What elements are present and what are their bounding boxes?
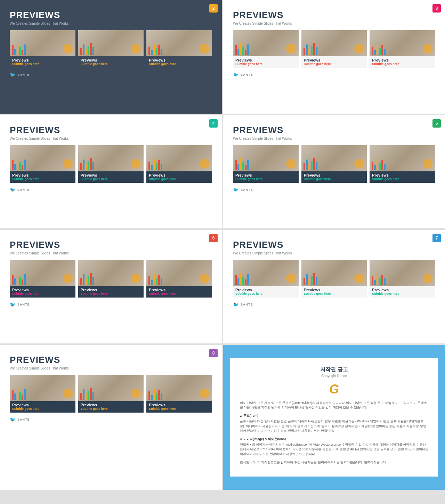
- slide-number-5: 5: [432, 119, 441, 128]
- copyright-section-3: 3. 이미지(Image) & 아이콘(Icon) 전달된 • 의 이미지는 이…: [240, 437, 428, 457]
- copyright-slide: 저작권 공고 Copyright Notice G 이도 전달된 모든 자료 및…: [223, 345, 445, 490]
- card-label-6-2: Previews Subtitle goes here: [78, 286, 144, 298]
- card-label-7-1: Previews Subtitle goes here: [233, 286, 299, 298]
- card-4-3: Previews Subtitle goes here: [146, 145, 212, 183]
- card-7-3: Previews Subtitle goes here: [370, 260, 435, 298]
- card-img-6-2: [78, 260, 144, 286]
- card-label-6-1: Previews Subtitle goes here: [10, 286, 75, 298]
- bars-3-3: [372, 44, 386, 55]
- copyright-inner: 저작권 공고 Copyright Notice G 이도 전달된 모든 자료 및…: [230, 358, 438, 477]
- card-sub-8-3: Subtitle goes here: [149, 407, 210, 410]
- card-name-3-2: Previews: [304, 58, 365, 62]
- card-2-2: Previews Subtitle goes here: [78, 30, 144, 68]
- bars-5-3: [372, 159, 386, 170]
- card-8-2: Previews Subtitle goes here: [78, 375, 144, 413]
- slide-7: 7 PREVIEWS We Creates Simple Slides That…: [223, 230, 445, 343]
- card-img-2-3: [146, 30, 212, 56]
- card-name-5-3: Previews: [372, 173, 433, 177]
- slide-footer-7: 🐦 SANTE: [233, 302, 435, 307]
- card-label-3-1: Previews Subtitle goes here: [233, 56, 299, 68]
- copyright-en: Copyright Notice: [240, 374, 428, 378]
- card-sub-3-1: Subtitle goes here: [235, 62, 296, 66]
- card-img-8-2: [78, 375, 144, 401]
- card-name-8-3: Previews: [149, 403, 210, 407]
- card-label-7-2: Previews Subtitle goes here: [301, 286, 367, 298]
- cards-row-3: Previews Subtitle goes here Previews Sub…: [233, 30, 435, 68]
- logo-icon-2: 🐦: [10, 72, 16, 78]
- slide-title-3: PREVIEWS: [233, 10, 435, 21]
- slide-title-5: PREVIEWS: [233, 125, 435, 136]
- copyright-section-title-3: 3. 이미지(Image) & 아이콘(Icon): [240, 437, 428, 441]
- slide-title-7: PREVIEWS: [233, 239, 435, 250]
- logo-icon-3: 🐦: [233, 72, 239, 78]
- slide-number-7: 7: [432, 234, 441, 242]
- card-6-1: Previews Subtitle goes here: [10, 260, 75, 298]
- logo-text-8: SANTE: [17, 418, 30, 421]
- bars-8-1: [12, 388, 26, 400]
- cards-row-2: Previews Subtitle goes here Previews Sub…: [10, 30, 212, 68]
- slide-subtitle-8: We Creates Simple Slides That Works: [10, 366, 212, 370]
- card-label-8-3: Previews Subtitle goes here: [146, 401, 212, 413]
- slide-number-3: 3: [432, 4, 441, 13]
- slide-subtitle-5: We Creates Simple Slides That Works: [233, 137, 435, 140]
- card-name-8-1: Previews: [12, 403, 73, 407]
- card-sub-6-3: Subtitle goes here: [149, 292, 210, 295]
- card-sub-7-1: Subtitle goes here: [235, 292, 296, 295]
- card-name-7-2: Previews: [304, 288, 365, 292]
- card-4-1: Previews Subtitle goes here: [10, 145, 75, 183]
- bars-3-2: [304, 43, 317, 55]
- slide-footer-8: 🐦 SANTE: [10, 417, 212, 422]
- card-img-7-3: [370, 260, 435, 286]
- slide-title-6: PREVIEWS: [10, 239, 212, 250]
- card-label-4-2: Previews Subtitle goes here: [78, 171, 144, 183]
- card-label-3-2: Previews Subtitle goes here: [301, 56, 367, 68]
- slide-number-8: 8: [209, 349, 218, 357]
- card-img-2-1: [10, 30, 75, 56]
- card-label-6-3: Previews Subtitle goes here: [146, 286, 212, 298]
- card-sub-5-1: Subtitle goes here: [235, 177, 296, 181]
- card-6-2: Previews Subtitle goes here: [78, 260, 144, 298]
- card-label-2-1: Previews Subtitle goes here: [10, 56, 75, 68]
- copyright-section-1: 이도 전달된 모든 자료 및 모든 콘텐츠(ContentSlides)의 저작…: [240, 401, 428, 410]
- card-img-5-1: [233, 145, 299, 171]
- card-2-1: Previews Subtitle goes here: [10, 30, 75, 68]
- card-label-5-3: Previews Subtitle goes here: [370, 171, 435, 183]
- card-img-2-2: [78, 30, 144, 56]
- card-img-6-1: [10, 260, 75, 286]
- card-sub-7-2: Subtitle goes here: [304, 292, 365, 295]
- logo-icon-4: 🐦: [10, 187, 16, 193]
- slide-subtitle-4: We Creates Simple Slides That Works: [10, 137, 212, 140]
- bars-3-1: [235, 43, 249, 55]
- card-sub-7-3: Subtitle goes here: [372, 292, 433, 295]
- copyright-text-1: 폰트 사용에 대한 안내사항은 한글 폰트에 대하여 Nag 글꼴의 경우 무료…: [240, 419, 428, 433]
- logo-text-3: SANTE: [241, 73, 253, 76]
- bars-4-3: [148, 159, 162, 170]
- card-4-2: Previews Subtitle goes here: [78, 145, 144, 183]
- slide-2: 2 PREVIEWS We Creates Simple Slides That…: [0, 0, 222, 114]
- logo-icon-8: 🐦: [10, 417, 16, 422]
- card-name-7-3: Previews: [372, 288, 433, 292]
- slide-title-2: PREVIEWS: [10, 10, 212, 21]
- card-name-2-3: Previews: [149, 58, 210, 62]
- slide-3: 3 PREVIEWS We Creates Simple Slides That…: [223, 0, 445, 114]
- card-img-4-2: [78, 145, 144, 171]
- card-name-2-2: Previews: [81, 58, 141, 62]
- card-label-5-2: Previews Subtitle goes here: [301, 171, 367, 183]
- logo-icon-6: 🐦: [10, 302, 16, 307]
- slide-8: 8 PREVIEWS We Creates Simple Slides That…: [0, 345, 222, 490]
- cards-row-8: Previews Subtitle goes here Previews Sub…: [10, 375, 212, 413]
- slide-footer-3: 🐦 SANTE: [233, 72, 435, 78]
- slide-6: 6 PREVIEWS We Creates Simple Slides That…: [0, 230, 222, 343]
- card-img-8-3: [146, 375, 212, 401]
- slide-title-4: PREVIEWS: [10, 125, 212, 136]
- card-img-5-2: [301, 145, 367, 171]
- cards-row-6: Previews Subtitle goes here Previews Sub…: [10, 260, 212, 298]
- slide-subtitle-6: We Creates Simple Slides That Works: [10, 251, 212, 255]
- card-label-8-1: Previews Subtitle goes here: [10, 401, 75, 413]
- card-sub-4-3: Subtitle goes here: [149, 177, 210, 181]
- bars-6-2: [80, 273, 94, 285]
- card-label-2-3: Previews Subtitle goes here: [146, 56, 212, 68]
- slide-number-6: 6: [209, 234, 218, 242]
- bars-5-2: [304, 158, 317, 170]
- bars-4-2: [80, 158, 94, 170]
